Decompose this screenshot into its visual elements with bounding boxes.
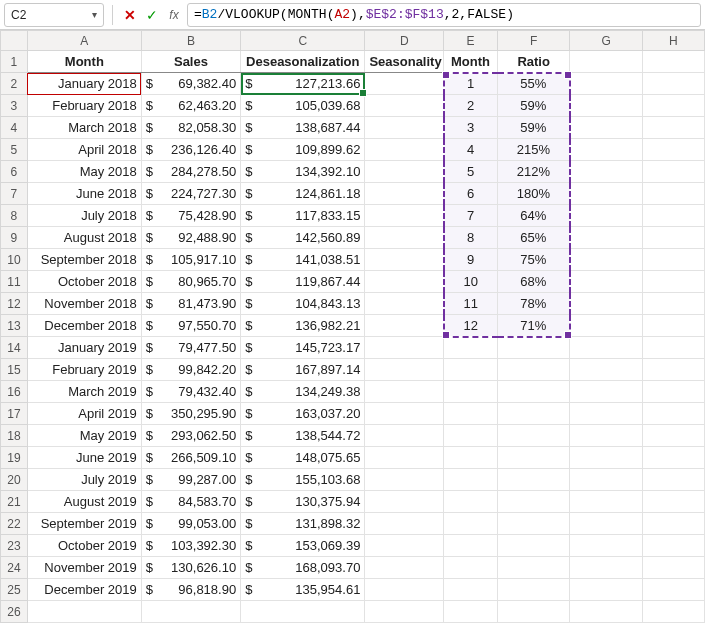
row-header-20[interactable]: 20	[1, 469, 28, 491]
row-header-15[interactable]: 15	[1, 359, 28, 381]
cell-G7[interactable]	[570, 183, 642, 205]
cell-A24[interactable]: November 2019	[27, 557, 141, 579]
cell-A8[interactable]: July 2018	[27, 205, 141, 227]
cell-G4[interactable]	[570, 117, 642, 139]
cell-G26[interactable]	[570, 601, 642, 623]
cell-B6[interactable]: 284,278.50	[141, 161, 240, 183]
row-header-9[interactable]: 9	[1, 227, 28, 249]
row-header-14[interactable]: 14	[1, 337, 28, 359]
cell-H12[interactable]	[642, 293, 704, 315]
cell-D1[interactable]: Seasonality	[365, 51, 444, 73]
cell-H17[interactable]	[642, 403, 704, 425]
cell-F19[interactable]	[497, 447, 569, 469]
cell-B8[interactable]: 75,428.90	[141, 205, 240, 227]
cell-D10[interactable]	[365, 249, 444, 271]
cell-E4[interactable]: 3	[444, 117, 498, 139]
cell-H14[interactable]	[642, 337, 704, 359]
row-header-17[interactable]: 17	[1, 403, 28, 425]
cell-E15[interactable]	[444, 359, 498, 381]
cell-F5[interactable]: 215%	[497, 139, 569, 161]
cell-D11[interactable]	[365, 271, 444, 293]
cell-A19[interactable]: June 2019	[27, 447, 141, 469]
cell-F11[interactable]: 68%	[497, 271, 569, 293]
cell-A4[interactable]: March 2018	[27, 117, 141, 139]
cell-E20[interactable]	[444, 469, 498, 491]
cell-E16[interactable]	[444, 381, 498, 403]
cell-H10[interactable]	[642, 249, 704, 271]
col-header-G[interactable]: G	[570, 31, 642, 51]
cell-A3[interactable]: February 2018	[27, 95, 141, 117]
cell-E10[interactable]: 9	[444, 249, 498, 271]
row-header-22[interactable]: 22	[1, 513, 28, 535]
col-header-B[interactable]: B	[141, 31, 240, 51]
cell-A13[interactable]: December 2018	[27, 315, 141, 337]
cell-D23[interactable]	[365, 535, 444, 557]
cell-A14[interactable]: January 2019	[27, 337, 141, 359]
cell-E6[interactable]: 5	[444, 161, 498, 183]
cell-B2[interactable]: 69,382.40	[141, 73, 240, 95]
cell-A11[interactable]: October 2018	[27, 271, 141, 293]
cell-A23[interactable]: October 2019	[27, 535, 141, 557]
cell-F2[interactable]: 55%	[497, 73, 569, 95]
cell-E25[interactable]	[444, 579, 498, 601]
cell-H1[interactable]	[642, 51, 704, 73]
cell-G19[interactable]	[570, 447, 642, 469]
cell-G3[interactable]	[570, 95, 642, 117]
row-header-21[interactable]: 21	[1, 491, 28, 513]
row-header-2[interactable]: 2	[1, 73, 28, 95]
cell-A1[interactable]: Month	[27, 51, 141, 73]
cell-C11[interactable]: 119,867.44	[241, 271, 365, 293]
cell-C9[interactable]: 142,560.89	[241, 227, 365, 249]
cell-G1[interactable]	[570, 51, 642, 73]
cell-D15[interactable]	[365, 359, 444, 381]
row-header-24[interactable]: 24	[1, 557, 28, 579]
cell-E11[interactable]: 10	[444, 271, 498, 293]
col-header-H[interactable]: H	[642, 31, 704, 51]
cell-C21[interactable]: 130,375.94	[241, 491, 365, 513]
cell-G12[interactable]	[570, 293, 642, 315]
cell-D2[interactable]	[365, 73, 444, 95]
fx-icon[interactable]: fx	[165, 8, 183, 22]
cell-C8[interactable]: 117,833.15	[241, 205, 365, 227]
cell-E8[interactable]: 7	[444, 205, 498, 227]
select-all-corner[interactable]	[1, 31, 28, 51]
cell-G10[interactable]	[570, 249, 642, 271]
cell-E12[interactable]: 11	[444, 293, 498, 315]
cell-A17[interactable]: April 2019	[27, 403, 141, 425]
cell-D9[interactable]	[365, 227, 444, 249]
cell-F1[interactable]: Ratio	[497, 51, 569, 73]
cell-D16[interactable]	[365, 381, 444, 403]
cell-F3[interactable]: 59%	[497, 95, 569, 117]
cell-C20[interactable]: 155,103.68	[241, 469, 365, 491]
row-header-6[interactable]: 6	[1, 161, 28, 183]
cell-G14[interactable]	[570, 337, 642, 359]
cell-B26[interactable]	[141, 601, 240, 623]
cell-F25[interactable]	[497, 579, 569, 601]
cell-A25[interactable]: December 2019	[27, 579, 141, 601]
col-header-D[interactable]: D	[365, 31, 444, 51]
cell-G13[interactable]	[570, 315, 642, 337]
col-header-F[interactable]: F	[497, 31, 569, 51]
cell-F23[interactable]	[497, 535, 569, 557]
cell-H15[interactable]	[642, 359, 704, 381]
cell-E18[interactable]	[444, 425, 498, 447]
cell-G21[interactable]	[570, 491, 642, 513]
row-header-8[interactable]: 8	[1, 205, 28, 227]
cell-D24[interactable]	[365, 557, 444, 579]
cell-F15[interactable]	[497, 359, 569, 381]
cell-B18[interactable]: 293,062.50	[141, 425, 240, 447]
cell-B14[interactable]: 79,477.50	[141, 337, 240, 359]
cell-C3[interactable]: 105,039.68	[241, 95, 365, 117]
cell-F22[interactable]	[497, 513, 569, 535]
cell-A16[interactable]: March 2019	[27, 381, 141, 403]
cell-C1[interactable]: Deseasonalization	[241, 51, 365, 73]
cell-D7[interactable]	[365, 183, 444, 205]
cell-H21[interactable]	[642, 491, 704, 513]
cell-C5[interactable]: 109,899.62	[241, 139, 365, 161]
cell-F12[interactable]: 78%	[497, 293, 569, 315]
row-header-16[interactable]: 16	[1, 381, 28, 403]
cell-C6[interactable]: 134,392.10	[241, 161, 365, 183]
cell-B25[interactable]: 96,818.90	[141, 579, 240, 601]
cell-D22[interactable]	[365, 513, 444, 535]
cell-H3[interactable]	[642, 95, 704, 117]
